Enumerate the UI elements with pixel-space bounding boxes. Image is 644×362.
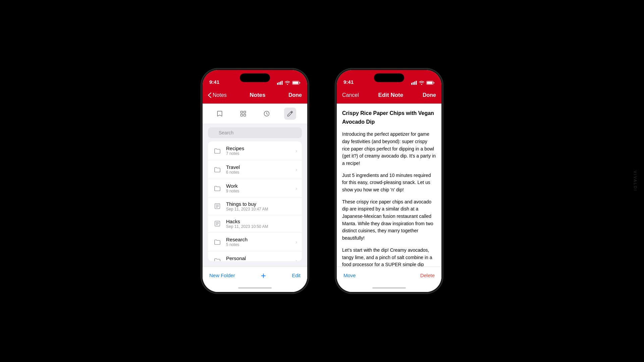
grid-filter-btn[interactable] bbox=[237, 108, 249, 120]
nav-done-1[interactable]: Done bbox=[288, 92, 302, 98]
svg-rect-17 bbox=[416, 81, 417, 85]
folder-name-travel: Travel bbox=[226, 164, 291, 170]
note-title-things: Things to buy bbox=[226, 201, 297, 207]
note-para-3: These crispy rice paper chips and avocad… bbox=[342, 198, 436, 242]
svg-rect-15 bbox=[413, 82, 414, 85]
note-icon-things bbox=[213, 201, 222, 210]
delete-button[interactable]: Delete bbox=[420, 273, 435, 278]
home-indicator-1 bbox=[203, 284, 307, 292]
svg-rect-1 bbox=[279, 82, 280, 85]
folder-icon-travel bbox=[213, 165, 222, 174]
nav-back-1[interactable]: Notes bbox=[208, 92, 227, 98]
note-date-things: Sep 11, 2023 10:47 AM bbox=[226, 207, 297, 212]
dynamic-island-2 bbox=[374, 73, 404, 82]
status-time-2: 9:41 bbox=[343, 79, 354, 85]
svg-rect-9 bbox=[241, 114, 243, 116]
chevron-icon-recipes: › bbox=[296, 148, 297, 154]
cancel-button[interactable]: Cancel bbox=[342, 92, 359, 98]
note-para-2: Just 5 ingredients and 10 minutes requir… bbox=[342, 172, 436, 194]
folder-icon-work bbox=[213, 184, 222, 193]
home-bar-1 bbox=[238, 287, 272, 289]
bottom-bar-2: Move Delete bbox=[337, 266, 441, 284]
folder-research[interactable]: Research 5 notes › bbox=[208, 233, 302, 251]
note-info-hacks: Hacks Sep 11, 2023 10:50 AM bbox=[226, 219, 297, 229]
edit-content[interactable]: Crispy Rice Paper Chips with Vegan Avoca… bbox=[337, 104, 441, 266]
bookmark-filter-btn[interactable] bbox=[214, 108, 226, 120]
wifi-icon-2 bbox=[419, 81, 424, 85]
signal-icon bbox=[277, 81, 283, 85]
folder-info-work: Work 9 notes bbox=[226, 183, 291, 193]
svg-rect-14 bbox=[411, 83, 412, 85]
phone-content-1: 🔍 Search Recipes 7 notes › bbox=[203, 124, 307, 266]
svg-rect-8 bbox=[244, 111, 246, 113]
nav-title-2: Edit Note bbox=[378, 92, 404, 99]
note-svg bbox=[214, 203, 221, 209]
svg-rect-0 bbox=[277, 83, 278, 85]
svg-rect-19 bbox=[434, 82, 434, 83]
note-para-1: Introducing the perfect appetizer for ga… bbox=[342, 131, 436, 167]
note-title-hacks: Hacks bbox=[226, 219, 297, 224]
folder-icon-research bbox=[213, 237, 222, 247]
note-svg bbox=[214, 220, 221, 227]
wifi-icon bbox=[285, 81, 290, 85]
home-bar-2 bbox=[372, 287, 406, 289]
folder-info-travel: Travel 6 notes bbox=[226, 164, 291, 175]
note-info-things: Things to buy Sep 11, 2023 10:47 AM bbox=[226, 201, 297, 212]
clock-icon bbox=[263, 110, 270, 117]
grid-icon bbox=[240, 110, 247, 117]
edit-button[interactable]: Edit bbox=[292, 273, 301, 278]
svg-rect-6 bbox=[293, 82, 299, 84]
nav-title-1: Notes bbox=[250, 92, 265, 99]
folder-count-recipes: 7 notes bbox=[226, 151, 291, 156]
svg-rect-2 bbox=[280, 81, 281, 85]
done-button[interactable]: Done bbox=[423, 92, 436, 98]
note-hacks[interactable]: Hacks Sep 11, 2023 10:50 AM bbox=[208, 215, 302, 233]
status-icons-1 bbox=[277, 81, 301, 85]
clock-filter-btn[interactable] bbox=[261, 108, 273, 120]
note-icon-hacks bbox=[213, 219, 222, 228]
chevron-icon-personal: › bbox=[296, 258, 297, 261]
folder-svg bbox=[214, 185, 221, 192]
add-note-button[interactable]: + bbox=[261, 271, 266, 280]
folder-info-personal: Personal 3 notes bbox=[226, 255, 291, 261]
folder-icon-recipes bbox=[213, 146, 222, 156]
home-indicator-2 bbox=[337, 284, 441, 292]
svg-rect-3 bbox=[282, 81, 283, 85]
battery-icon bbox=[292, 81, 301, 85]
dynamic-island bbox=[240, 73, 270, 82]
note-things-to-buy[interactable]: Things to buy Sep 11, 2023 10:47 AM bbox=[208, 198, 302, 215]
new-folder-button[interactable]: New Folder bbox=[209, 273, 235, 278]
folder-name-work: Work bbox=[226, 183, 291, 189]
bookmark-icon bbox=[216, 110, 223, 117]
compose-filter-btn[interactable] bbox=[284, 108, 296, 120]
folder-svg bbox=[214, 147, 221, 155]
svg-rect-7 bbox=[241, 111, 243, 113]
note-date-hacks: Sep 11, 2023 10:50 AM bbox=[226, 224, 297, 229]
chevron-icon-work: › bbox=[296, 186, 297, 191]
phone-2: 9:41 Cancel Edit Note Done Crispy Rice P… bbox=[335, 69, 443, 293]
folder-info-recipes: Recipes 7 notes bbox=[226, 145, 291, 156]
folder-recipes[interactable]: Recipes 7 notes › bbox=[208, 141, 302, 160]
folder-info-research: Research 5 notes bbox=[226, 237, 291, 247]
chevron-icon-research: › bbox=[296, 239, 297, 245]
signal-icon-2 bbox=[411, 81, 417, 85]
folder-travel[interactable]: Travel 6 notes › bbox=[208, 160, 302, 179]
move-button[interactable]: Move bbox=[343, 273, 356, 278]
folder-work[interactable]: Work 9 notes › bbox=[208, 179, 302, 198]
svg-rect-16 bbox=[414, 81, 415, 85]
bottom-bar-1: New Folder + Edit bbox=[203, 266, 307, 284]
toolbar-1 bbox=[203, 104, 307, 124]
phone-1: 9:41 Notes Notes Done bbox=[201, 69, 309, 293]
folder-name-recipes: Recipes bbox=[226, 145, 291, 151]
svg-rect-5 bbox=[300, 82, 300, 83]
folders-list-1: Recipes 7 notes › Travel 6 notes bbox=[208, 141, 302, 261]
vivaldi-watermark: VIVALDI bbox=[633, 171, 637, 191]
battery-icon-2 bbox=[426, 81, 435, 85]
folder-personal[interactable]: Personal 3 notes › bbox=[208, 251, 302, 261]
folder-svg bbox=[214, 238, 221, 246]
note-content-title: Crispy Rice Paper Chips with Vegan Avoca… bbox=[342, 109, 436, 126]
back-chevron-icon bbox=[208, 93, 211, 98]
note-para-4: Let's start with the dip! Creamy avocado… bbox=[342, 247, 436, 266]
folder-icon-personal bbox=[213, 256, 222, 261]
search-input[interactable]: Search bbox=[208, 127, 302, 138]
